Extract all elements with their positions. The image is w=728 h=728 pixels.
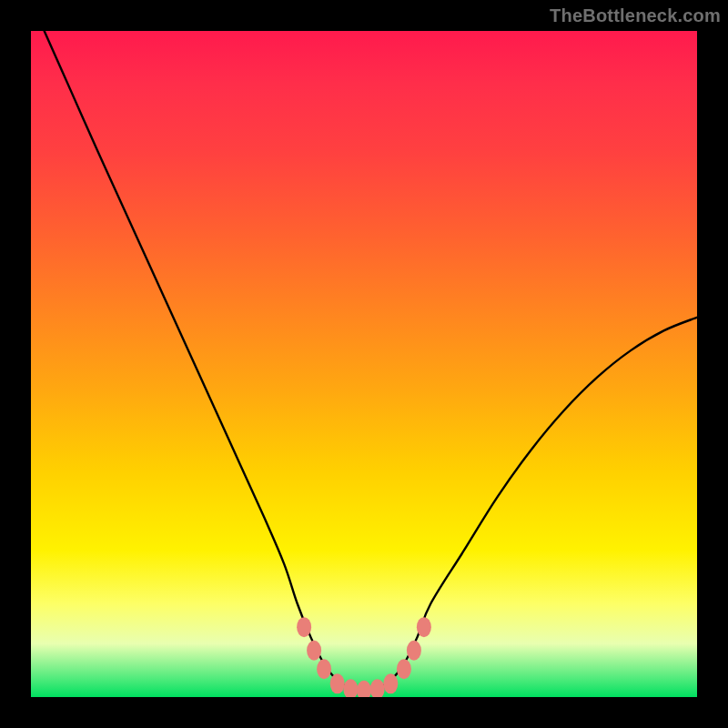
- curve-marker: [370, 679, 385, 697]
- curve-marker: [317, 659, 331, 679]
- curve-marker: [407, 641, 421, 661]
- curve-marker: [343, 679, 358, 697]
- curve-layer: [31, 31, 697, 697]
- bottleneck-curve: [45, 31, 697, 691]
- curve-markers: [297, 617, 431, 697]
- plot-area: [31, 31, 697, 697]
- watermark-text: TheBottleneck.com: [550, 5, 721, 26]
- curve-marker: [383, 673, 398, 693]
- chart-stage: TheBottleneck.com: [0, 0, 728, 728]
- curve-marker: [357, 681, 371, 697]
- curve-marker: [417, 617, 431, 637]
- curve-marker: [397, 659, 411, 679]
- curve-marker: [297, 617, 311, 637]
- curve-marker: [307, 641, 321, 661]
- curve-marker: [330, 673, 345, 693]
